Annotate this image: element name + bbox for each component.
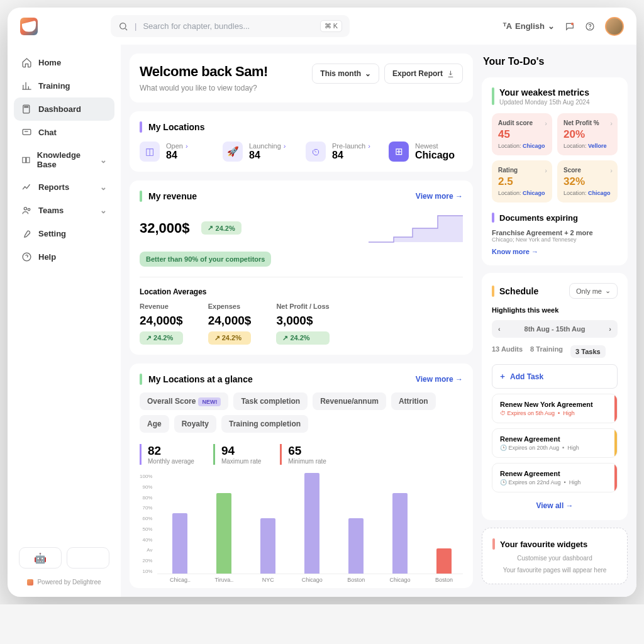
nav-help[interactable]: Help [14,245,114,269]
task-item[interactable]: Renew Agreement 🕒 Expires on 22nd Aug • … [492,463,618,492]
summary-tasks[interactable]: 3 Tasks [570,345,606,358]
svg-rect-6 [23,130,31,135]
location-item[interactable]: ⏲ Pre-launch ›84 [306,142,380,162]
revenue-comparison: Better than 90% of your competitors [140,252,271,267]
dashboard-icon [21,104,32,114]
message-icon [21,127,32,138]
svg-point-1 [571,23,574,25]
search-kbd: ⌘ K [320,20,342,32]
svg-point-8 [28,208,30,211]
add-task-button[interactable]: ＋Add Task [492,364,618,389]
help-icon[interactable] [585,21,595,31]
book-icon [21,155,31,165]
bar [172,513,187,574]
page-title: Welcome back Sam! [140,64,268,80]
glance-tab[interactable]: Overall ScoreNEW! [140,392,228,410]
sparkline-chart [369,211,463,245]
chevron-down-icon: ⌄ [100,155,107,165]
glance-tab[interactable]: Royalty [174,415,216,433]
nav-chat[interactable]: Chat [14,121,114,144]
locations-glance-card: My Locations at a glance View more → Ove… [130,364,473,588]
brand-logo[interactable] [20,18,38,35]
chevron-down-icon: ⌄ [100,182,107,192]
welcome-header: Welcome back Sam! What would you like to… [130,53,473,103]
nav-home[interactable]: Home [14,51,114,74]
chart-icon [21,80,32,91]
metric-box[interactable]: Rating2.5 Location: Chicago› [492,160,552,203]
android-button[interactable]: 🤖 [19,547,62,569]
chevron-right-icon[interactable]: › [609,325,611,333]
page-subtitle: What would you like to view today? [140,84,268,92]
topbar: | Search for chapter, bundles... ⌘ K ᵀA … [8,8,636,45]
powered-by: Powered by Delightree [19,579,109,586]
reports-icon [21,182,32,192]
todos-title: Your To-Do's [482,53,628,70]
sidebar: Home Training Dashboard Chat Knowledge B… [8,45,121,597]
glance-tab[interactable]: Revenue/annum [313,392,386,410]
average-col: Net Profit / Loss3,000$ ↗ 24.2% [276,303,329,345]
nav-knowledge-base[interactable]: Knowledge Base⌄ [14,144,114,175]
bar [260,518,275,574]
docs-know-more[interactable]: Know more → [492,248,618,255]
glance-tab[interactable]: Training completion [221,415,308,433]
metric-box[interactable]: Net Profit %20% Location: Vellore› [557,113,618,155]
translate-icon: ᵀA [503,21,512,31]
average-col: Revenue24,000$ ↗ 24.2% [140,303,183,345]
revenue-view-more[interactable]: View more → [416,192,463,201]
apple-button[interactable] [67,547,109,569]
svg-rect-5 [25,106,28,107]
svg-point-0 [120,23,126,28]
filter-button[interactable]: This month⌄ [312,64,379,84]
bar [348,518,364,574]
download-icon [447,70,455,78]
export-button[interactable]: Export Report [384,64,463,84]
location-icon: 🚀 [223,142,243,162]
nav-dashboard[interactable]: Dashboard [14,97,114,121]
chat-icon[interactable] [565,21,575,31]
weakest-metrics-card: Your weakest metrics Updated Monday 15th… [482,77,628,265]
android-icon: 🤖 [34,552,47,564]
wrench-icon [21,228,32,239]
chevron-down-icon: ⌄ [548,21,555,31]
search-placeholder: Search for chapter, bundles... [143,21,250,31]
summary-training[interactable]: 8 Training [530,345,563,358]
search-icon [118,21,128,31]
averages-title: Location Averages [140,287,463,296]
date-range-picker[interactable]: ‹ 8th Aug - 15th Aug › [492,320,618,338]
nav-reports[interactable]: Reports⌄ [14,175,114,199]
chevron-down-icon: ⌄ [365,69,371,78]
glance-tab[interactable]: Age [140,415,169,433]
glance-tab[interactable]: Attrition [391,392,436,410]
location-item[interactable]: ◫ Open ›84 [140,142,214,162]
location-item[interactable]: 🚀 Launching ›84 [223,142,297,162]
svg-point-9 [23,253,31,261]
plus-icon: ＋ [499,371,506,382]
bar [304,473,319,574]
help-circle-icon [21,252,32,262]
glance-bar-chart: 100%90%80%70%60%50%40%Av20%10% Chicag..T… [140,474,463,583]
my-locations-card: My Locations ◫ Open ›84 🚀 Launching ›84 … [130,111,473,172]
search-input[interactable]: | Search for chapter, bundles... ⌘ K [111,15,350,37]
summary-audits[interactable]: 13 Audits [492,345,523,358]
metric-box[interactable]: Score32% Location: Chicago› [557,160,618,203]
glance-view-more[interactable]: View more → [416,375,463,384]
location-item[interactable]: ⊞ Newest Chicago [389,142,463,162]
svg-point-3 [590,28,591,29]
language-toggle[interactable]: ᵀA English ⌄ [503,21,555,31]
metric-box[interactable]: Audit score45 Location: Chicago› [492,113,552,155]
bar [216,493,231,574]
schedule-filter[interactable]: Only me⌄ [569,283,618,299]
user-avatar[interactable] [605,17,624,36]
schedule-card: Schedule Only me⌄ Highlights this week ‹… [482,273,628,520]
glance-tab[interactable]: Task completion [233,392,308,410]
task-item[interactable]: Renew Agreement 🕒 Expires on 20th Aug • … [492,428,618,458]
my-revenue-card: My revenue View more → 32,000$ ↗ 24.2% [130,180,473,355]
nav-setting[interactable]: Setting [14,222,114,245]
view-all-tasks[interactable]: View all → [492,501,618,510]
nav-training[interactable]: Training [14,74,114,97]
chevron-left-icon[interactable]: ‹ [498,325,501,333]
nav-teams[interactable]: Teams⌄ [14,199,114,222]
location-icon: ⊞ [389,142,409,162]
favourite-widgets-card: Your favourite widgets Customise your da… [482,528,628,584]
task-item[interactable]: Renew New York Agreement ⏱ Expires on 5t… [492,394,618,423]
